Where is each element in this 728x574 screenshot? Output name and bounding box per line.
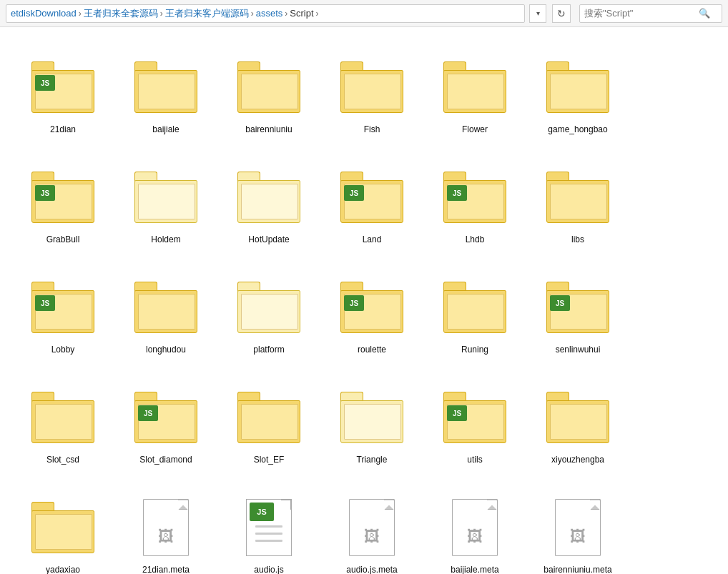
file-item-Lobby[interactable]: JSLobby (13, 257, 113, 365)
file-item-21dian-meta[interactable]: 🖼21dian.meta (116, 477, 216, 574)
file-item-Land[interactable]: JSLand (322, 147, 422, 254)
file-item-Slot_EF[interactable]: Slot_EF (219, 367, 319, 475)
file-label-Lhdb: Lhdb (466, 234, 485, 246)
file-icon-audio-js-meta: 🖼 (338, 493, 406, 562)
breadcrumb-path[interactable]: etdiskDownload › 王者归来全套源码 › 王者归来客户端源码 › … (6, 4, 525, 23)
file-icon-game_hongbao (543, 53, 612, 122)
file-icon-audio-js: JS (235, 493, 303, 562)
breadcrumb-dropdown[interactable]: ▾ (529, 4, 546, 23)
file-icon-21dian: JS (29, 53, 97, 122)
file-item-utils[interactable]: JSutils (425, 367, 525, 475)
file-item-Fish[interactable]: Fish (322, 37, 422, 144)
file-item-21dian[interactable]: JS21dian (13, 37, 113, 144)
file-label-Slot_csd: Slot_csd (46, 455, 79, 466)
file-icon-bairenniuniu (235, 53, 303, 122)
file-item-xiyouzhengba[interactable]: xiyouzhengba (528, 367, 628, 475)
file-item-Runing[interactable]: Runing (425, 257, 525, 365)
breadcrumb-script: Script (290, 8, 313, 19)
file-label-roulette: roulette (358, 345, 386, 356)
file-item-baijiale[interactable]: baijiale (116, 37, 216, 144)
breadcrumb-client[interactable]: 王者归来客户端源码 (165, 7, 249, 20)
file-item-audio-js[interactable]: JSaudio.js (219, 477, 319, 574)
file-item-Slot_diamond[interactable]: JSSlot_diamond (116, 367, 216, 475)
file-label-HotUpdate: HotUpdate (248, 234, 289, 246)
file-label-Triangle: Triangle (357, 455, 388, 466)
file-label-GrabBull: GrabBull (46, 234, 80, 246)
file-item-Slot_csd[interactable]: Slot_csd (13, 367, 113, 475)
file-icon-utils: JS (441, 383, 509, 452)
address-bar: etdiskDownload › 王者归来全套源码 › 王者归来客户端源码 › … (0, 0, 728, 27)
file-label-platform: platform (253, 345, 284, 356)
file-icon-bairenniuniu-meta: 🖼 (543, 493, 612, 562)
file-item-Flower[interactable]: Flower (425, 37, 525, 144)
file-label-senlinwuhui: senlinwuhui (556, 345, 601, 356)
file-label-yadaxiao: yadaxiao (46, 565, 80, 574)
file-item-longhudou[interactable]: longhudou (116, 257, 216, 365)
breadcrumb-etdisk[interactable]: etdiskDownload (11, 8, 77, 19)
file-item-senlinwuhui[interactable]: JSsenlinwuhui (528, 257, 628, 365)
file-icon-xiyouzhengba (543, 383, 612, 452)
file-icon-libs (543, 163, 612, 232)
file-item-Holdem[interactable]: Holdem (116, 147, 216, 254)
search-icon[interactable]: 🔍 (699, 8, 710, 19)
file-icon-yadaxiao (29, 493, 97, 562)
file-label-game_hongbao: game_hongbao (548, 124, 607, 136)
file-label-audio-js-meta: audio.js.meta (346, 565, 397, 574)
file-label-21dian-meta: 21dian.meta (142, 565, 190, 574)
file-icon-Fish (338, 53, 406, 122)
file-item-baijiale-meta[interactable]: 🖼baijiale.meta (425, 477, 525, 574)
file-icon-Triangle (338, 383, 406, 452)
file-label-longhudou: longhudou (146, 345, 186, 356)
file-label-utils: utils (467, 455, 482, 466)
file-label-21dian: 21dian (50, 124, 76, 136)
sep4: › (285, 9, 287, 19)
file-icon-roulette: JS (338, 273, 406, 342)
file-icon-Slot_EF (235, 383, 303, 452)
file-item-GrabBull[interactable]: JSGrabBull (13, 147, 113, 254)
file-label-Holdem: Holdem (151, 234, 180, 246)
file-icon-Holdem (132, 163, 200, 232)
sep2: › (160, 9, 163, 19)
file-grid: JS21dianbaijialebairenniuniuFishFlowerga… (0, 27, 728, 574)
breadcrumb-quanzhu[interactable]: 王者归来全套源码 (84, 7, 158, 20)
file-icon-Slot_diamond: JS (132, 383, 200, 452)
file-item-yadaxiao[interactable]: yadaxiao (13, 477, 113, 574)
file-item-Lhdb[interactable]: JSLhdb (425, 147, 525, 254)
file-label-libs: libs (571, 234, 584, 246)
file-label-baijiale: baijiale (152, 124, 179, 136)
sep5: › (316, 9, 319, 19)
file-label-xiyouzhengba: xiyouzhengba (551, 455, 604, 466)
file-icon-baijiale (132, 53, 200, 122)
file-icon-Land: JS (338, 163, 406, 232)
file-label-Lobby: Lobby (51, 345, 75, 356)
sep3: › (251, 9, 254, 19)
file-label-Slot_diamond: Slot_diamond (139, 455, 192, 466)
search-bar: 🔍 (579, 4, 722, 23)
breadcrumb-assets[interactable]: assets (256, 8, 283, 19)
file-item-roulette[interactable]: JSroulette (322, 257, 422, 365)
file-item-HotUpdate[interactable]: HotUpdate (219, 147, 319, 254)
file-icon-platform (235, 273, 303, 342)
file-item-game_hongbao[interactable]: game_hongbao (528, 37, 628, 144)
file-icon-Slot_csd (29, 383, 97, 452)
file-icon-GrabBull: JS (29, 163, 97, 232)
file-icon-Runing (441, 273, 509, 342)
search-input[interactable] (584, 8, 699, 19)
file-item-libs[interactable]: libs (528, 147, 628, 254)
file-icon-Flower (441, 53, 509, 122)
file-item-bairenniuniu-meta[interactable]: 🖼bairenniuniu.meta (528, 477, 628, 574)
file-icon-baijiale-meta: 🖼 (441, 493, 509, 562)
file-label-Runing: Runing (461, 345, 488, 356)
file-label-baijiale-meta: baijiale.meta (451, 565, 498, 574)
file-label-bairenniuniu: bairenniuniu (245, 124, 292, 136)
file-icon-senlinwuhui: JS (543, 273, 612, 342)
file-label-Fish: Fish (364, 124, 380, 136)
sep1: › (79, 9, 82, 19)
file-item-audio-js-meta[interactable]: 🖼audio.js.meta (322, 477, 422, 574)
file-item-bairenniuniu[interactable]: bairenniuniu (219, 37, 319, 144)
file-label-Slot_EF: Slot_EF (254, 455, 285, 466)
file-item-Triangle[interactable]: Triangle (322, 367, 422, 475)
refresh-button[interactable]: ↻ (552, 4, 571, 23)
file-item-platform[interactable]: platform (219, 257, 319, 365)
file-label-audio-js: audio.js (254, 565, 283, 574)
